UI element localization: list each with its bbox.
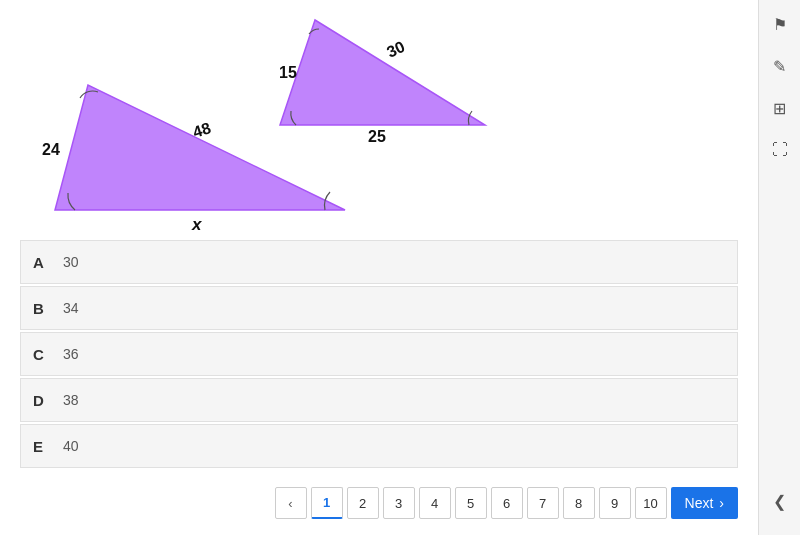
page-btn-6[interactable]: 6 bbox=[491, 487, 523, 519]
page-btn-1[interactable]: 1 bbox=[311, 487, 343, 519]
next-arrow-icon: › bbox=[719, 495, 724, 511]
next-button[interactable]: Next › bbox=[671, 487, 738, 519]
expand-icon[interactable]: ⛶ bbox=[766, 136, 794, 164]
page-btn-10[interactable]: 10 bbox=[635, 487, 667, 519]
triangles-svg: 24 48 x 15 30 25 bbox=[20, 10, 740, 240]
grid-icon[interactable]: ⊞ bbox=[766, 94, 794, 122]
answer-letter-a: A bbox=[33, 254, 63, 271]
page-btn-3[interactable]: 3 bbox=[383, 487, 415, 519]
page-btn-4[interactable]: 4 bbox=[419, 487, 451, 519]
page-btn-7[interactable]: 7 bbox=[527, 487, 559, 519]
answer-value-b: 34 bbox=[63, 300, 79, 316]
prev-page-button[interactable]: ‹ bbox=[275, 487, 307, 519]
answer-value-d: 38 bbox=[63, 392, 79, 408]
answers-area: A 30 B 34 C 36 D 38 E 40 bbox=[20, 240, 738, 475]
label-24: 24 bbox=[42, 141, 60, 158]
answer-value-a: 30 bbox=[63, 254, 79, 270]
pencil-icon[interactable]: ✎ bbox=[766, 52, 794, 80]
answer-letter-e: E bbox=[33, 438, 63, 455]
label-30: 30 bbox=[384, 38, 407, 61]
label-25: 25 bbox=[368, 128, 386, 145]
page-btn-5[interactable]: 5 bbox=[455, 487, 487, 519]
answer-letter-d: D bbox=[33, 392, 63, 409]
answer-row-d[interactable]: D 38 bbox=[20, 378, 738, 422]
answer-letter-c: C bbox=[33, 346, 63, 363]
label-15: 15 bbox=[279, 64, 297, 81]
label-x: x bbox=[191, 215, 203, 234]
page-btn-2[interactable]: 2 bbox=[347, 487, 379, 519]
collapse-icon[interactable]: ❮ bbox=[766, 487, 794, 515]
diagram-area: 24 48 x 15 30 25 bbox=[20, 10, 738, 240]
answer-value-e: 40 bbox=[63, 438, 79, 454]
triangle2 bbox=[280, 20, 485, 125]
next-label: Next bbox=[685, 495, 714, 511]
label-48: 48 bbox=[191, 119, 213, 141]
answer-row-a[interactable]: A 30 bbox=[20, 240, 738, 284]
page-btn-8[interactable]: 8 bbox=[563, 487, 595, 519]
page-btn-9[interactable]: 9 bbox=[599, 487, 631, 519]
answer-row-c[interactable]: C 36 bbox=[20, 332, 738, 376]
sidebar: ⚑ ✎ ⊞ ⛶ ❮ bbox=[758, 0, 800, 535]
flag-icon[interactable]: ⚑ bbox=[766, 10, 794, 38]
answer-row-e[interactable]: E 40 bbox=[20, 424, 738, 468]
answer-value-c: 36 bbox=[63, 346, 79, 362]
answer-row-b[interactable]: B 34 bbox=[20, 286, 738, 330]
main-content: 24 48 x 15 30 25 A 30 B 34 bbox=[0, 0, 758, 535]
pagination-bar: ‹ 1 2 3 4 5 6 7 8 9 10 Next › bbox=[20, 475, 738, 525]
answer-letter-b: B bbox=[33, 300, 63, 317]
